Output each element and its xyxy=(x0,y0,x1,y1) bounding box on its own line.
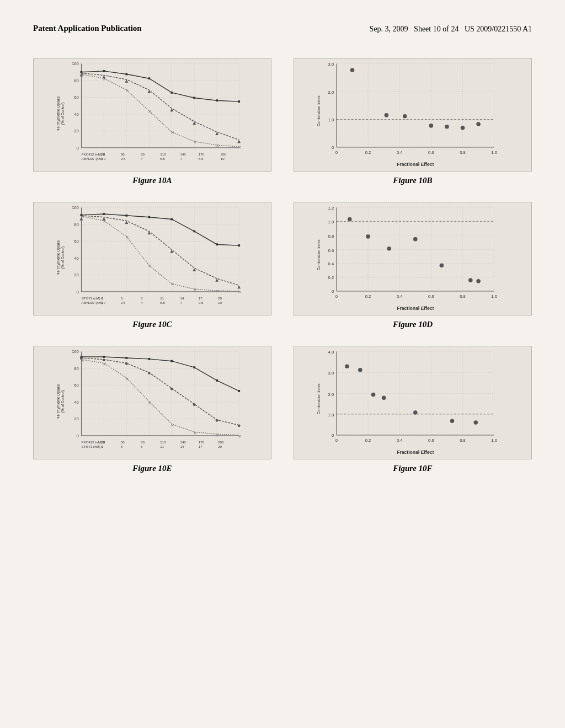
svg-point-93 xyxy=(429,124,434,128)
svg-rect-163 xyxy=(313,202,513,313)
svg-rect-267 xyxy=(313,346,513,457)
svg-text:5: 5 xyxy=(121,445,123,448)
svg-text:1.0: 1.0 xyxy=(328,117,334,122)
svg-rect-129 xyxy=(216,243,218,245)
svg-text:✕: ✕ xyxy=(148,400,152,405)
figure-10f-chart: Combination Index xyxy=(294,346,532,459)
svg-text:0.8: 0.8 xyxy=(460,438,466,443)
svg-text:0: 0 xyxy=(335,438,338,443)
svg-point-297 xyxy=(382,396,386,400)
svg-rect-126 xyxy=(148,216,150,218)
svg-point-197 xyxy=(413,237,418,242)
svg-text:20: 20 xyxy=(74,416,78,421)
svg-text:0.2: 0.2 xyxy=(328,275,334,280)
svg-rect-31 xyxy=(216,99,218,101)
svg-point-195 xyxy=(366,234,370,239)
svg-point-91 xyxy=(385,113,389,117)
svg-text:1.2: 1.2 xyxy=(328,206,334,211)
figure-10e-caption: Figure 10E xyxy=(132,464,172,473)
svg-text:✕: ✕ xyxy=(238,145,242,150)
svg-text:80: 80 xyxy=(74,78,78,83)
svg-text:0: 0 xyxy=(332,145,334,150)
svg-text:STI571 (nM) 0: STI571 (nM) 0 xyxy=(81,296,103,300)
figure-10b-chart: Combination Index xyxy=(294,58,532,172)
figure-10a-block: ³H-Thymidine Uptake (% of Control) xyxy=(33,58,271,185)
svg-text:40: 40 xyxy=(74,400,78,405)
svg-text:20: 20 xyxy=(218,445,222,448)
svg-text:20: 20 xyxy=(74,129,78,133)
figure-10c-svg: ³H-Thymidine Uptake (% of Control) xyxy=(34,202,271,313)
svg-rect-130 xyxy=(238,244,240,247)
svg-point-200 xyxy=(476,279,481,283)
figure-10a-caption: Figure 10A xyxy=(132,176,172,185)
svg-text:✕: ✕ xyxy=(216,289,220,294)
svg-rect-234 xyxy=(238,390,240,392)
svg-text:0.6: 0.6 xyxy=(428,295,434,299)
svg-rect-32 xyxy=(238,100,240,103)
svg-text:2.5: 2.5 xyxy=(121,157,126,160)
svg-text:100: 100 xyxy=(72,350,79,355)
svg-text:✕: ✕ xyxy=(81,215,84,220)
svg-text:Combination Index: Combination Index xyxy=(317,239,321,270)
figure-10c-caption: Figure 10C xyxy=(132,320,172,329)
svg-text:10: 10 xyxy=(218,301,222,304)
svg-text:Combination Index: Combination Index xyxy=(317,383,321,414)
svg-point-196 xyxy=(387,247,391,251)
svg-rect-125 xyxy=(125,215,127,217)
svg-text:40: 40 xyxy=(74,256,78,261)
svg-rect-229 xyxy=(125,357,127,359)
svg-text:14: 14 xyxy=(180,296,184,300)
svg-text:80: 80 xyxy=(74,366,78,371)
svg-point-238 xyxy=(148,372,151,374)
svg-text:4.0: 4.0 xyxy=(328,350,334,355)
svg-text:1.0: 1.0 xyxy=(328,413,334,417)
svg-text:14: 14 xyxy=(180,445,184,448)
svg-text:20: 20 xyxy=(102,440,105,444)
svg-text:✕: ✕ xyxy=(148,264,152,269)
svg-text:8: 8 xyxy=(141,296,143,300)
svg-text:✕: ✕ xyxy=(193,287,197,292)
svg-text:1.0: 1.0 xyxy=(328,220,334,224)
svg-rect-233 xyxy=(216,379,218,382)
svg-text:✕: ✕ xyxy=(103,219,106,224)
publication-title: Patent Application Publication xyxy=(33,22,142,35)
svg-text:0: 0 xyxy=(335,151,338,156)
svg-text:0.4: 0.4 xyxy=(397,438,403,443)
figure-10d-svg: Combination Index xyxy=(294,202,531,313)
svg-text:200: 200 xyxy=(221,152,227,156)
svg-text:0.8: 0.8 xyxy=(460,295,466,299)
pub-date: Sep. 3, 2009 xyxy=(370,25,408,33)
svg-text:✕: ✕ xyxy=(103,77,106,82)
svg-text:17: 17 xyxy=(199,296,202,300)
svg-text:✕: ✕ xyxy=(81,358,84,363)
svg-text:100: 100 xyxy=(72,206,79,211)
svg-rect-230 xyxy=(148,358,150,360)
svg-text:5.5: 5.5 xyxy=(160,157,165,160)
svg-text:2.0: 2.0 xyxy=(328,90,334,95)
svg-text:6.5: 6.5 xyxy=(160,301,165,304)
svg-text:(% of Control): (% of Control) xyxy=(61,103,65,125)
figure-10b-block: Combination Index xyxy=(294,58,532,185)
svg-text:8: 8 xyxy=(141,445,143,448)
figure-10b-svg: Combination Index xyxy=(294,58,531,169)
svg-text:1: 1 xyxy=(102,157,104,160)
svg-text:8.5: 8.5 xyxy=(199,157,204,160)
svg-text:4: 4 xyxy=(141,301,143,304)
svg-text:✕: ✕ xyxy=(81,73,84,78)
svg-text:110: 110 xyxy=(160,440,166,444)
svg-text:1.0: 1.0 xyxy=(491,295,497,299)
svg-point-95 xyxy=(461,126,465,130)
svg-text:Combination Index: Combination Index xyxy=(317,95,321,126)
svg-text:140: 140 xyxy=(180,440,186,444)
svg-text:1.0: 1.0 xyxy=(491,438,497,443)
svg-rect-29 xyxy=(170,92,173,94)
svg-text:Fractional Effect: Fractional Effect xyxy=(397,162,434,167)
svg-point-242 xyxy=(238,425,241,427)
svg-text:(% of Control): (% of Control) xyxy=(61,247,65,269)
svg-text:Fractional Effect: Fractional Effect xyxy=(397,306,434,311)
svg-point-236 xyxy=(103,359,105,362)
page-header: Patent Application Publication Sep. 3, 2… xyxy=(33,22,532,36)
svg-text:4: 4 xyxy=(141,157,143,160)
svg-point-240 xyxy=(193,404,196,406)
figure-10d-block: Combination Index xyxy=(294,202,532,329)
